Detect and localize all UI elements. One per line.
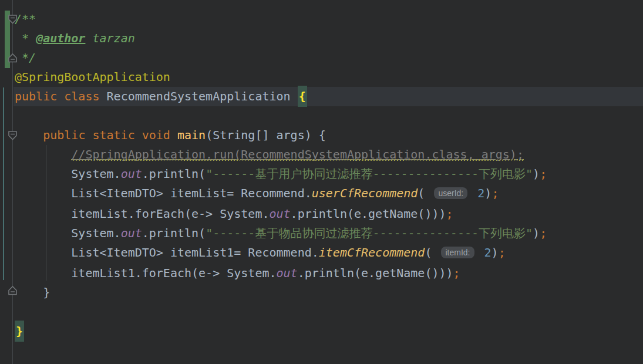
token-txt: itemList.forEach(e-> System.: [15, 207, 269, 221]
token-str: "------基于用户协同过滤推荐---------------下列电影": [206, 167, 533, 181]
token-kw: public class: [15, 89, 107, 103]
token-num: 2: [484, 245, 491, 259]
token-ann: @SpringBootApplication: [15, 70, 170, 84]
token-brhl: {: [298, 86, 307, 107]
token-semi: ;: [499, 245, 506, 259]
token-field: out: [277, 266, 298, 280]
code-line[interactable]: @SpringBootApplication: [14, 68, 643, 87]
code-line[interactable]: public class RecommendSystemApplication …: [14, 87, 643, 106]
token-txt: .println(: [142, 167, 206, 181]
token-txt: (String[] args) {: [206, 128, 326, 142]
token-field: out: [269, 207, 290, 221]
token-doccmt: *: [15, 31, 36, 45]
token-semi: ;: [491, 186, 499, 200]
token-decl: main: [177, 128, 206, 142]
code-line[interactable]: [14, 106, 643, 126]
code-line[interactable]: List<ItemDTO> itemList= Recommend.userCf…: [14, 184, 643, 204]
code-line[interactable]: public static void main(String[] args) {: [14, 126, 643, 145]
token-str: "------基于物品协同过滤推荐---------------下列电影": [206, 226, 533, 240]
fold-marker-down-icon[interactable]: [8, 14, 18, 24]
code-line[interactable]: itemList.forEach(e-> System.out.println(…: [14, 204, 643, 224]
fold-marker-up-icon[interactable]: [8, 53, 18, 63]
code-line[interactable]: }: [14, 322, 643, 341]
code-line[interactable]: System.out.println("------基于用户协同过滤推荐----…: [14, 164, 643, 184]
token-txt: }: [15, 285, 50, 299]
token-txt: itemList1.forEach(e-> System.: [15, 266, 277, 280]
token-txt: System.: [15, 167, 121, 181]
token-doctag: @author: [36, 31, 85, 45]
token-txt: ): [533, 167, 540, 181]
token-txt: .println(e.getName())): [291, 207, 446, 221]
code-area[interactable]: /** * @author tarzan */@SpringBootApplic…: [0, 9, 643, 341]
token-txt: ): [484, 186, 491, 200]
token-txt: [15, 147, 71, 161]
token-semi: ;: [540, 167, 547, 181]
token-hint: itemId:: [441, 247, 474, 258]
token-txt: ): [491, 245, 499, 259]
code-line[interactable]: * @author tarzan: [14, 29, 643, 48]
token-txt: (: [425, 245, 439, 259]
token-num: 2: [477, 186, 484, 200]
token-txt: .println(: [142, 226, 206, 240]
token-doccmt: /**: [15, 12, 36, 26]
token-txt: List<ItemDTO> itemList= Recommend.: [15, 186, 312, 200]
code-line[interactable]: [14, 302, 643, 322]
token-semi: ;: [453, 266, 460, 280]
token-txt: [470, 186, 477, 200]
code-line[interactable]: itemList1.forEach(e-> System.out.println…: [14, 264, 643, 283]
code-line[interactable]: /**: [14, 9, 643, 29]
token-doccmt: tarzan: [85, 31, 134, 45]
token-smcall: itemCfRecommend: [319, 245, 425, 259]
token-txt: ): [533, 226, 540, 240]
token-txt: System.: [15, 226, 121, 240]
code-line[interactable]: System.out.println("------基于物品协同过滤推荐----…: [14, 224, 643, 243]
token-semi: ;: [540, 226, 547, 240]
code-editor[interactable]: /** * @author tarzan */@SpringBootApplic…: [0, 0, 643, 364]
token-txt: RecommendSystemApplication: [107, 89, 298, 103]
token-kw: public static void: [43, 128, 177, 142]
token-txt: [477, 245, 484, 259]
token-field: out: [121, 226, 142, 240]
token-txt: [15, 128, 43, 142]
token-brhl: }: [15, 321, 24, 342]
code-line[interactable]: //SpringApplication.run(RecommendSystemA…: [14, 145, 643, 164]
code-line[interactable]: List<ItemDTO> itemList1= Recommend.itemC…: [14, 243, 643, 264]
token-smcall: userCfRecommend: [312, 186, 418, 200]
token-field: out: [121, 167, 142, 181]
fold-marker-up-icon[interactable]: [8, 285, 18, 295]
token-lcmt: //SpringApplication.run(RecommendSystemA…: [71, 147, 524, 161]
token-txt: (: [418, 186, 432, 200]
code-line[interactable]: */: [14, 48, 643, 68]
token-doccmt: */: [15, 50, 36, 65]
token-hint: userId:: [434, 187, 467, 199]
token-semi: ;: [446, 207, 453, 221]
token-txt: .println(e.getName())): [298, 266, 453, 280]
code-line[interactable]: }: [14, 283, 643, 302]
fold-marker-down-icon[interactable]: [8, 130, 18, 140]
token-txt: List<ItemDTO> itemList1= Recommend.: [15, 245, 319, 259]
